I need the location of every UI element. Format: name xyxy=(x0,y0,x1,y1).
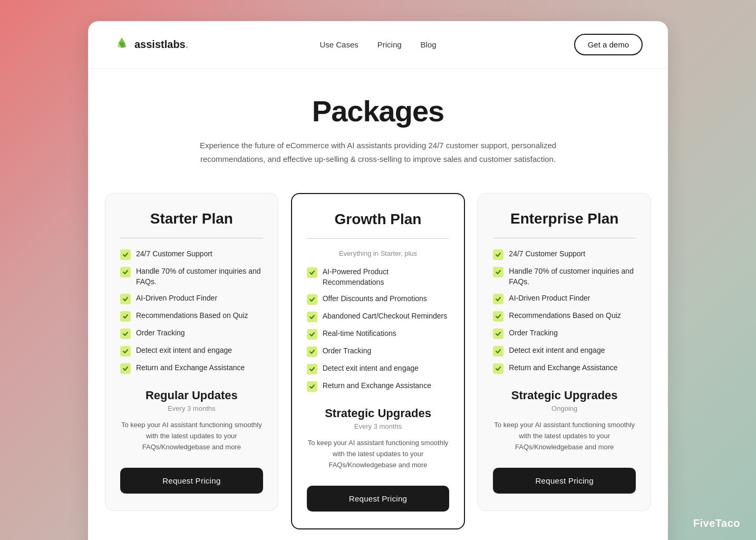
list-item: Order Tracking xyxy=(493,328,636,339)
starter-plan-card: Starter Plan 24/7 Customer Support Handl… xyxy=(105,193,278,511)
list-item: Return and Exchange Assistance xyxy=(307,381,450,392)
check-icon xyxy=(120,249,131,260)
check-icon xyxy=(493,249,503,260)
nav-cta-area: Get a demo xyxy=(466,34,643,55)
list-item: Handle 70% of customer inquiries and FAQ… xyxy=(493,266,636,287)
growth-plan-title: Growth Plan xyxy=(307,211,450,228)
list-item: AI-Driven Product Finder xyxy=(493,293,636,304)
nav-pricing[interactable]: Pricing xyxy=(377,40,402,49)
nav-blog[interactable]: Blog xyxy=(421,40,437,49)
page-title: Packages xyxy=(113,94,643,128)
list-item: Detect exit intent and engage xyxy=(307,363,450,374)
list-item: Recommendations Based on Quiz xyxy=(493,311,636,322)
growth-plan-subtitle: Everything in Starter, plus xyxy=(307,249,450,257)
main-container: assistlabs. Use Cases Pricing Blog Get a… xyxy=(88,21,668,540)
check-icon xyxy=(120,329,131,339)
check-icon xyxy=(120,346,131,356)
growth-section-desc: To keep your AI assistant functioning sm… xyxy=(307,438,450,470)
starter-request-pricing-button[interactable]: Request Pricing xyxy=(120,468,263,494)
list-item: Real-time Notifications xyxy=(307,329,450,340)
fivetaco-watermark: FiveTaco xyxy=(693,517,740,529)
enterprise-request-pricing-button[interactable]: Request Pricing xyxy=(493,468,636,494)
list-item: Return and Exchange Assistance xyxy=(493,363,636,374)
growth-request-pricing-button[interactable]: Request Pricing xyxy=(307,486,450,512)
enterprise-section-freq: Ongoing xyxy=(493,404,636,412)
list-item: 24/7 Customer Support xyxy=(493,249,636,260)
growth-section-heading: Strategic Upgrades xyxy=(307,407,450,420)
list-item: Handle 70% of customer inquiries and FAQ… xyxy=(120,266,263,287)
check-icon xyxy=(493,311,503,322)
starter-section-heading: Regular Updates xyxy=(120,389,263,402)
enterprise-divider xyxy=(493,238,636,238)
list-item: 24/7 Customer Support xyxy=(120,249,263,260)
check-icon xyxy=(120,294,131,304)
list-item: Offer Discounts and Promotions xyxy=(307,294,450,305)
check-icon xyxy=(307,312,317,322)
growth-section-freq: Every 3 months xyxy=(307,422,450,430)
check-icon xyxy=(307,364,317,374)
check-icon xyxy=(120,363,131,374)
list-item: AI-Driven Product Finder xyxy=(120,293,263,304)
enterprise-section-desc: To keep your AI assistant functioning sm… xyxy=(493,420,636,452)
check-icon xyxy=(120,267,131,277)
list-item: Order Tracking xyxy=(307,346,450,357)
check-icon xyxy=(493,267,503,277)
growth-features: AI-Powered Product Recommendations Offer… xyxy=(307,267,450,392)
check-icon xyxy=(307,267,317,278)
check-icon xyxy=(307,381,317,392)
nav-links: Use Cases Pricing Blog xyxy=(290,40,467,49)
enterprise-plan-title: Enterprise Plan xyxy=(493,210,636,227)
nav-use-cases[interactable]: Use Cases xyxy=(319,40,358,49)
logo-text: assistlabs. xyxy=(134,38,188,51)
list-item: AI-Powered Product Recommendations xyxy=(307,267,450,287)
check-icon xyxy=(307,294,317,305)
check-icon xyxy=(493,346,503,356)
starter-plan-title: Starter Plan xyxy=(120,210,263,227)
growth-divider xyxy=(307,238,450,239)
starter-section-desc: To keep your AI assistant functioning sm… xyxy=(120,420,263,452)
check-icon xyxy=(493,294,503,304)
starter-divider xyxy=(120,238,263,238)
check-icon xyxy=(120,311,131,322)
check-icon xyxy=(493,363,503,374)
check-icon xyxy=(307,329,317,340)
list-item: Recommendations Based on Quiz xyxy=(120,311,263,322)
enterprise-plan-card: Enterprise Plan 24/7 Customer Support Ha… xyxy=(478,193,651,511)
starter-features: 24/7 Customer Support Handle 70% of cust… xyxy=(120,249,263,374)
logo-icon xyxy=(113,36,130,53)
check-icon xyxy=(307,346,317,357)
plans-row: Starter Plan 24/7 Customer Support Handl… xyxy=(88,193,668,529)
navbar: assistlabs. Use Cases Pricing Blog Get a… xyxy=(88,21,668,69)
check-icon xyxy=(493,329,503,339)
hero-section: Packages Experience the future of eComme… xyxy=(88,69,668,185)
list-item: Detect exit intent and engage xyxy=(493,345,636,356)
growth-plan-card: Growth Plan Everything in Starter, plus … xyxy=(291,193,466,529)
list-item: Abandoned Cart/Checkout Reminders xyxy=(307,311,450,322)
logo-area: assistlabs. xyxy=(113,36,290,53)
list-item: Order Tracking xyxy=(120,328,263,339)
starter-section-freq: Every 3 months xyxy=(120,404,263,412)
list-item: Detect exit intent and engage xyxy=(120,345,263,356)
hero-description: Experience the future of eCommerce with … xyxy=(199,139,557,166)
get-demo-button[interactable]: Get a demo xyxy=(574,34,643,55)
enterprise-section-heading: Strategic Upgrades xyxy=(493,389,636,402)
enterprise-features: 24/7 Customer Support Handle 70% of cust… xyxy=(493,249,636,374)
list-item: Return and Exchange Assistance xyxy=(120,363,263,374)
